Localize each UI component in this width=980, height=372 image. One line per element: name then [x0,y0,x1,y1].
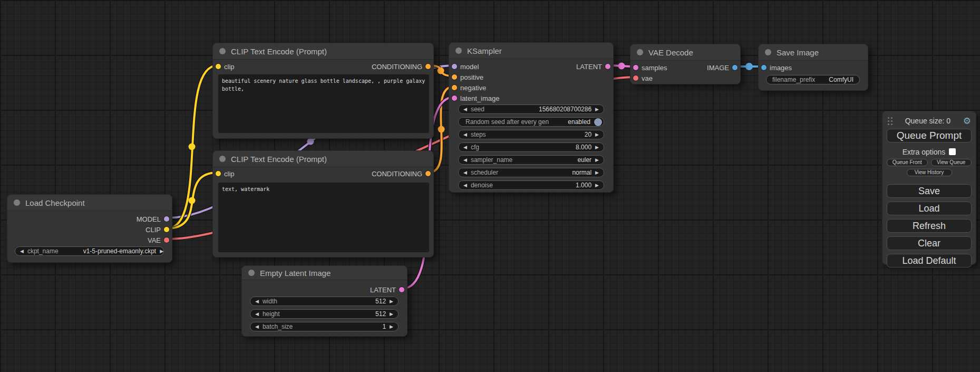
ckpt-name-widget[interactable]: ◀ ckpt_name v1-5-pruned-emaonly.ckpt ▶ [15,246,164,256]
samples-input-port[interactable] [633,65,638,70]
positive-input-port[interactable] [452,74,457,80]
output-label-model: MODEL [137,215,161,223]
decrement-arrow-icon[interactable]: ◀ [463,107,467,112]
node-titlebar[interactable]: Save Image [759,44,868,61]
sampler-name-widget[interactable]: ◀ sampler_name euler ▶ [458,155,604,165]
increment-arrow-icon[interactable]: ▶ [595,170,599,175]
decrement-arrow-icon[interactable]: ◀ [463,158,467,163]
node-title: Empty Latent Image [260,269,331,278]
denoise-widget[interactable]: ◀ denoise 1.000 ▶ [458,180,604,190]
height-widget[interactable]: ◀ height 512 ▶ [250,309,399,319]
steps-widget[interactable]: ◀ steps 20 ▶ [458,130,604,139]
width-widget[interactable]: ◀ width 512 ▶ [250,297,399,306]
input-label-positive: positive [460,73,483,81]
vae-input-port[interactable] [633,75,638,81]
seed-widget[interactable]: ◀ seed 156680208700286 ▶ [458,104,604,114]
view-history-button[interactable]: View History [907,169,952,176]
positive-prompt-textarea[interactable]: beautiful scenery nature glass bottle la… [218,74,429,133]
link-dot-cond-neg [438,126,445,133]
increment-arrow-icon[interactable]: ▶ [160,249,163,254]
node-titlebar[interactable]: VAE Decode [630,44,740,61]
increment-arrow-icon[interactable]: ▶ [595,107,599,112]
decrement-arrow-icon[interactable]: ◀ [463,170,467,175]
model-input-port[interactable] [452,64,457,69]
decrement-arrow-icon[interactable]: ◀ [463,183,467,188]
output-label-latent: LATENT [370,286,396,294]
collapse-dot-icon[interactable] [765,49,771,55]
scheduler-widget[interactable]: ◀ scheduler normal ▶ [458,168,604,177]
node-titlebar[interactable]: KSampler [449,43,613,59]
node-save-image[interactable]: Save Image images filename_prefix ComfyU… [758,44,868,91]
clip-input-port[interactable] [216,171,221,176]
extra-options-checkbox[interactable] [949,148,956,155]
vae-output-port[interactable] [164,237,169,243]
collapse-dot-icon[interactable] [14,199,20,206]
increment-arrow-icon[interactable]: ▶ [595,158,599,163]
decrement-arrow-icon[interactable]: ◀ [255,325,259,329]
latent-output-port[interactable] [605,64,610,69]
cfg-widget[interactable]: ◀ cfg 8.000 ▶ [458,142,604,152]
widget-label: denoise [471,182,493,189]
decrement-arrow-icon[interactable]: ◀ [255,299,259,304]
node-clip-text-encode-positive[interactable]: CLIP Text Encode (Prompt) clip CONDITION… [212,43,434,139]
node-load-checkpoint[interactable]: Load Checkpoint MODEL CLIP VAE ◀ ckpt_na… [7,194,172,263]
load-default-button[interactable]: Load Default [887,254,972,268]
collapse-dot-icon[interactable] [455,47,462,54]
increment-arrow-icon[interactable]: ▶ [595,183,599,188]
increment-arrow-icon[interactable]: ▶ [390,299,393,304]
decrement-arrow-icon[interactable]: ◀ [255,312,259,317]
latent-output-port[interactable] [399,287,404,292]
link-dot-clip-neg [189,197,196,204]
view-queue-button[interactable]: View Queue [931,159,972,166]
toggle-dot-icon[interactable] [594,118,602,126]
collapse-dot-icon[interactable] [637,49,643,55]
load-button[interactable]: Load [887,202,972,215]
images-input-port[interactable] [761,65,766,70]
input-label-latent-image: latent_image [460,94,499,102]
increment-arrow-icon[interactable]: ▶ [390,325,393,329]
refresh-button[interactable]: Refresh [887,219,972,233]
clear-button[interactable]: Clear [887,236,972,250]
input-label-vae: vae [642,74,653,82]
queue-prompt-button[interactable]: Queue Prompt [887,129,972,142]
conditioning-output-port[interactable] [425,64,431,69]
filename-prefix-widget[interactable]: filename_prefix ComfyUI [766,75,860,84]
random-seed-toggle-widget[interactable]: Random seed after every gen enabled [458,117,604,127]
increment-arrow-icon[interactable]: ▶ [595,145,599,150]
collapse-dot-icon[interactable] [219,156,226,162]
clip-input-port[interactable] [216,64,221,69]
negative-input-port[interactable] [452,85,457,90]
node-titlebar[interactable]: Empty Latent Image [242,266,407,280]
input-label-model: model [460,63,479,71]
node-empty-latent-image[interactable]: Empty Latent Image LATENT ◀ width 512 ▶ … [241,265,407,337]
decrement-arrow-icon[interactable]: ◀ [463,145,467,150]
batch-size-widget[interactable]: ◀ batch_size 1 ▶ [250,322,399,331]
widget-label: cfg [471,144,479,151]
queue-size-label: Queue size: 0 [892,117,963,125]
collapse-dot-icon[interactable] [248,270,255,276]
decrement-arrow-icon[interactable]: ◀ [463,132,467,137]
latent-image-input-port[interactable] [452,96,457,101]
clip-output-port[interactable] [164,227,169,232]
input-label-clip: clip [224,170,235,178]
node-titlebar[interactable]: Load Checkpoint [7,195,172,211]
node-graph-canvas[interactable]: Load Checkpoint MODEL CLIP VAE ◀ ckpt_na… [0,0,980,372]
increment-arrow-icon[interactable]: ▶ [595,132,599,137]
widget-value: v1-5-pruned-emaonly.ckpt [83,247,157,255]
node-titlebar[interactable]: CLIP Text Encode (Prompt) [213,43,433,60]
node-vae-decode[interactable]: VAE Decode samples IMAGE vae [630,44,741,84]
conditioning-output-port[interactable] [425,171,431,176]
settings-gear-icon[interactable]: ⚙ [963,117,971,126]
image-output-port[interactable] [732,65,738,70]
increment-arrow-icon[interactable]: ▶ [390,312,393,317]
node-clip-text-encode-negative[interactable]: CLIP Text Encode (Prompt) clip CONDITION… [212,150,434,257]
negative-prompt-textarea[interactable]: text, watermark [218,183,429,252]
queue-front-button[interactable]: Queue Front [887,159,928,166]
decrement-arrow-icon[interactable]: ◀ [20,249,24,254]
model-output-port[interactable] [164,216,169,222]
save-button[interactable]: Save [887,184,972,198]
node-ksampler[interactable]: KSampler model LATENT positive negative … [449,42,614,193]
collapse-dot-icon[interactable] [219,48,226,54]
node-titlebar[interactable]: CLIP Text Encode (Prompt) [213,151,433,167]
drag-handle-icon[interactable] [888,117,892,125]
